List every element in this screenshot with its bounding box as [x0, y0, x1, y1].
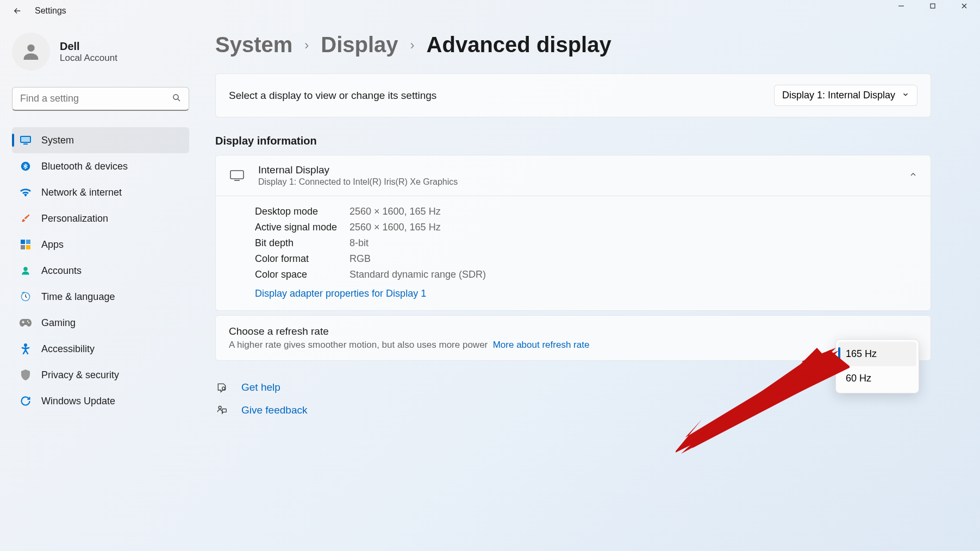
- sidebar-item-label: Accessibility: [41, 343, 95, 355]
- sidebar-item-label: Bluetooth & devices: [41, 161, 128, 172]
- app-title: Settings: [35, 6, 66, 16]
- breadcrumb-current: Advanced display: [427, 33, 611, 57]
- svg-point-5: [173, 95, 178, 99]
- svg-rect-23: [230, 171, 244, 179]
- sidebar-item-system[interactable]: System: [12, 127, 189, 153]
- svg-line-6: [178, 99, 180, 101]
- sidebar-item-label: System: [41, 135, 74, 146]
- display-info-title: Internal Display: [258, 164, 896, 176]
- info-label: Color space: [255, 269, 349, 280]
- svg-point-15: [23, 267, 28, 271]
- svg-rect-8: [21, 137, 30, 142]
- sidebar-item-gaming[interactable]: Gaming: [12, 310, 189, 336]
- sidebar-item-label: Accounts: [41, 265, 82, 277]
- main-content: System › Display › Advanced display Sele…: [201, 22, 980, 551]
- bluetooth-icon: [20, 160, 32, 172]
- svg-rect-12: [26, 240, 30, 244]
- refresh-rate-subtitle: A higher rate gives smoother motion, but…: [229, 340, 488, 350]
- sidebar-item-label: Apps: [41, 239, 64, 251]
- breadcrumb: System › Display › Advanced display: [215, 33, 931, 57]
- chevron-right-icon: ›: [304, 37, 309, 53]
- get-help-label: Get help: [241, 381, 280, 393]
- info-label: Color format: [255, 253, 349, 265]
- svg-rect-1: [931, 4, 935, 8]
- sidebar-item-windows-update[interactable]: Windows Update: [12, 388, 189, 414]
- sidebar-item-privacy-security[interactable]: Privacy & security: [12, 362, 189, 388]
- sidebar-item-network-internet[interactable]: Network & internet: [12, 179, 189, 205]
- sidebar-item-label: Personalization: [41, 213, 108, 224]
- refresh-rate-dropdown[interactable]: 165 Hz60 Hz: [835, 339, 919, 393]
- breadcrumb-display[interactable]: Display: [321, 33, 398, 57]
- svg-rect-28: [222, 409, 227, 412]
- refresh-rate-more-link[interactable]: More about refresh rate: [493, 340, 590, 350]
- info-row: Color spaceStandard dynamic range (SDR): [255, 267, 917, 283]
- refresh-rate-title: Choose a refresh rate: [229, 325, 917, 337]
- search-box[interactable]: [12, 87, 189, 111]
- info-label: Bit depth: [255, 237, 349, 249]
- maximize-button[interactable]: [917, 0, 948, 22]
- display-info-header[interactable]: Internal Display Display 1: Connected to…: [216, 155, 931, 196]
- svg-point-20: [27, 321, 28, 322]
- info-value: 8-bit: [349, 237, 369, 249]
- wifi-icon: [20, 186, 32, 198]
- breadcrumb-system[interactable]: System: [215, 33, 292, 57]
- info-row: Color formatRGB: [255, 251, 917, 267]
- profile-subtitle: Local Account: [60, 53, 117, 64]
- brush-icon: [20, 212, 32, 224]
- close-button[interactable]: [948, 0, 980, 22]
- svg-point-4: [27, 45, 34, 52]
- give-feedback-link[interactable]: Give feedback: [215, 399, 931, 422]
- sidebar-item-label: Time & language: [41, 291, 115, 303]
- section-heading: Display information: [215, 135, 931, 147]
- svg-point-21: [28, 322, 29, 323]
- profile-block[interactable]: Dell Local Account: [12, 27, 189, 87]
- sidebar-item-bluetooth-devices[interactable]: Bluetooth & devices: [12, 153, 189, 179]
- svg-rect-19: [23, 321, 24, 323]
- info-label: Desktop mode: [255, 206, 349, 217]
- info-label: Active signal mode: [255, 222, 349, 233]
- feedback-icon: [215, 405, 228, 416]
- info-value: 2560 × 1600, 165 Hz: [349, 222, 441, 233]
- monitor-icon: [20, 134, 32, 146]
- sidebar-item-label: Gaming: [41, 317, 76, 329]
- gamepad-icon: [20, 317, 32, 329]
- adapter-properties-link[interactable]: Display adapter properties for Display 1: [255, 288, 917, 299]
- display-select-value: Display 1: Internal Display: [782, 90, 895, 101]
- sidebar-item-accessibility[interactable]: Accessibility: [12, 336, 189, 362]
- chevron-up-icon: [909, 170, 917, 181]
- minimize-button[interactable]: [885, 0, 917, 22]
- sidebar-item-label: Privacy & security: [41, 370, 119, 381]
- sidebar-item-time-language[interactable]: Time & language: [12, 284, 189, 310]
- back-button[interactable]: [11, 4, 24, 17]
- info-value: 2560 × 1600, 165 Hz: [349, 206, 441, 217]
- refresh-rate-option[interactable]: 165 Hz: [838, 342, 916, 366]
- sidebar-item-apps[interactable]: Apps: [12, 231, 189, 258]
- profile-name: Dell: [60, 40, 117, 53]
- monitor-icon: [229, 170, 245, 181]
- clock-icon: [20, 291, 32, 303]
- search-input[interactable]: [12, 87, 189, 111]
- help-icon: [215, 382, 228, 393]
- person-icon: [20, 265, 32, 277]
- sidebar-item-accounts[interactable]: Accounts: [12, 258, 189, 284]
- info-row: Bit depth8-bit: [255, 235, 917, 251]
- chevron-down-icon: [902, 90, 909, 101]
- refresh-rate-option[interactable]: 60 Hz: [838, 366, 916, 391]
- svg-rect-11: [21, 240, 25, 244]
- get-help-link[interactable]: Get help: [215, 376, 931, 399]
- info-value: RGB: [349, 253, 371, 265]
- figure-icon: [20, 343, 32, 355]
- sidebar: Dell Local Account SystemBluetooth & dev…: [0, 22, 201, 551]
- sync-icon: [20, 395, 32, 407]
- display-info-subtitle: Display 1: Connected to Intel(R) Iris(R)…: [258, 177, 896, 187]
- display-select-dropdown[interactable]: Display 1: Internal Display: [774, 85, 917, 106]
- svg-point-27: [219, 406, 221, 409]
- info-row: Active signal mode2560 × 1600, 165 Hz: [255, 220, 917, 235]
- svg-rect-13: [21, 245, 25, 249]
- sidebar-item-label: Network & internet: [41, 187, 122, 198]
- apps-icon: [20, 239, 32, 251]
- svg-rect-14: [26, 245, 30, 249]
- sidebar-item-label: Windows Update: [41, 396, 115, 407]
- sidebar-item-personalization[interactable]: Personalization: [12, 205, 189, 231]
- info-value: Standard dynamic range (SDR): [349, 269, 486, 280]
